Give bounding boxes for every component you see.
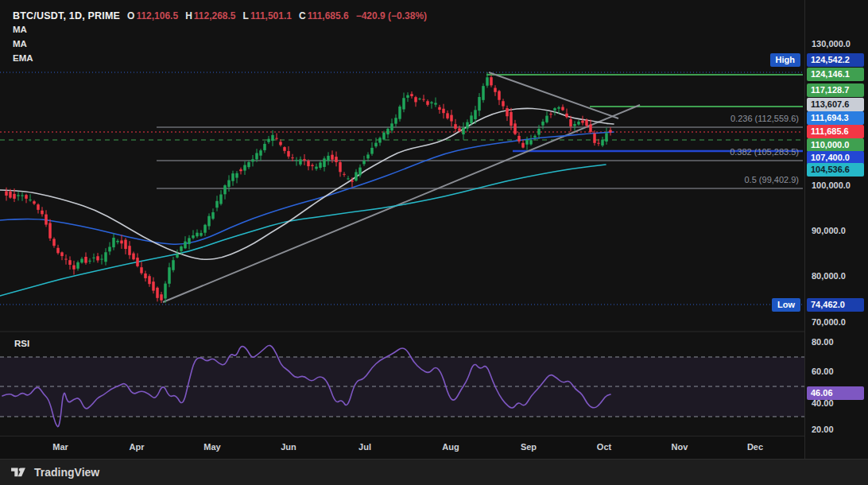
price-axis-tick: 80,000.0: [812, 270, 846, 281]
rsi-indicator-label[interactable]: RSI: [14, 339, 29, 348]
month-label-nov: Nov: [672, 442, 688, 452]
tradingview-chart-window: BTC/USDT, 1D, PRIME O 112,106.5 H 112,26…: [0, 0, 868, 485]
fib-level-label-0382: 0.382 (105,283.5): [608, 147, 799, 157]
month-label-dec: Dec: [747, 442, 763, 452]
month-label-aug: Aug: [442, 442, 459, 452]
month-label-jun: Jun: [281, 442, 296, 452]
fib-level-label-0236: 0.236 (112,559.6): [608, 114, 799, 124]
indicator-label-ma2[interactable]: MA: [13, 38, 427, 50]
open-value: 112,106.5: [136, 10, 178, 21]
price-axis[interactable]: 130,000.0100,000.090,000.080,000.070,000…: [804, 0, 868, 459]
price-axis-tag: 117,128.7: [807, 83, 864, 97]
time-axis[interactable]: MarAprMayJunJulAugSepOctNovDec: [0, 436, 804, 459]
low-value: 111,501.1: [250, 10, 292, 21]
price-axis-tag: 113,607.6: [807, 98, 864, 111]
tradingview-logo-icon[interactable]: [11, 466, 29, 479]
symbol-title[interactable]: BTC/USDT, 1D, PRIME: [13, 10, 120, 21]
change-value: −420.9 (−0.38%): [356, 10, 427, 21]
indicator-label-ema[interactable]: EMA: [13, 52, 427, 64]
legend: BTC/USDT, 1D, PRIME O 112,106.5 H 112,26…: [13, 10, 427, 64]
high-value: 112,268.5: [194, 10, 236, 21]
month-label-sep: Sep: [521, 442, 537, 452]
tradingview-brand[interactable]: TradingView: [34, 466, 99, 479]
price-axis-tag: 107,400.0: [807, 151, 864, 165]
open-label: O: [127, 10, 134, 21]
price-axis-tag: 124,146.1: [807, 68, 864, 81]
price-axis-tag: 111,685.6: [807, 125, 864, 138]
price-axis-tag: 124,542.2: [807, 53, 864, 67]
high-tag: High: [770, 53, 800, 67]
chart-canvas[interactable]: [0, 0, 804, 436]
close-value: 111,685.6: [308, 10, 349, 21]
month-label-mar: Mar: [52, 442, 68, 452]
price-axis-tick: 70,000.0: [812, 316, 846, 328]
indicator-label-ma1[interactable]: MA: [13, 24, 427, 36]
ohlc-row: BTC/USDT, 1D, PRIME O 112,106.5 H 112,26…: [13, 10, 427, 21]
month-label-oct: Oct: [597, 442, 611, 452]
rsi-value-tag: 46.06: [807, 386, 864, 400]
month-label-jul: Jul: [358, 442, 371, 452]
high-label: H: [185, 10, 192, 21]
month-label-may: May: [203, 442, 220, 452]
low-label: L: [243, 10, 249, 21]
chart-area[interactable]: BTC/USDT, 1D, PRIME O 112,106.5 H 112,26…: [0, 0, 868, 459]
close-label: C: [299, 10, 306, 21]
rsi-axis-tick: 80.00: [812, 336, 834, 347]
price-axis-tag: 111,694.3: [807, 111, 864, 125]
price-axis-tick: 100,000.0: [812, 180, 851, 191]
price-axis-tick: 130,000.0: [812, 38, 851, 49]
price-axis-tag: 110,000.0: [807, 138, 864, 152]
rsi-axis-tick: 60.00: [812, 366, 834, 377]
price-axis-tag: 74,462.0: [807, 298, 864, 312]
rsi-axis-tick: 20.00: [812, 424, 834, 435]
low-tag: Low: [772, 298, 800, 312]
price-axis-tag: 104,536.6: [807, 163, 864, 177]
price-axis-tick: 90,000.0: [812, 225, 846, 236]
footer-bar: TradingView: [0, 459, 868, 485]
fib-level-label-05: 0.5 (99,402.9): [608, 175, 799, 185]
month-label-apr: Apr: [130, 442, 145, 452]
